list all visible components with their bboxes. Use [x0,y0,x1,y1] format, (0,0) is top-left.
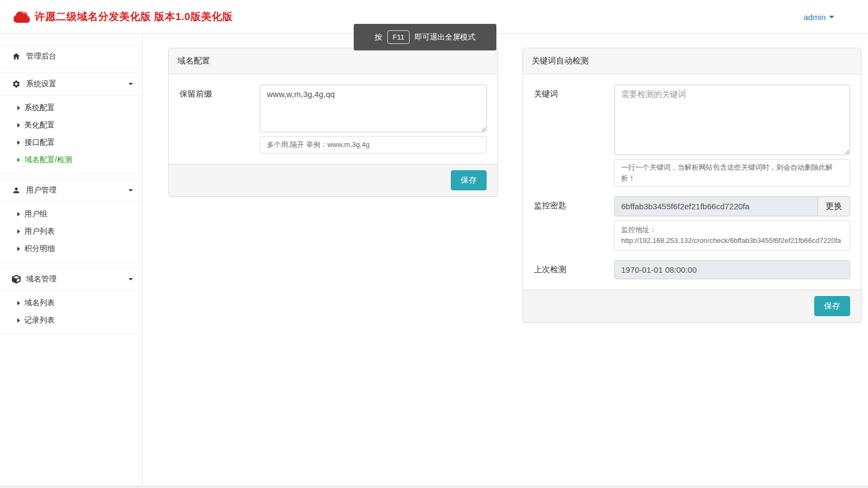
monitor-url-caption: 监控地址： [621,224,843,235]
monitor-secret-input [614,196,818,216]
brand-title: 许愿二级域名分发美化版 版本1.0版美化版 [35,10,233,24]
triangle-right-icon [17,318,20,323]
reserved-prefix-label: 保留前缀 [180,85,260,153]
keyword-detect-panel: 关键词自动检测 关键词 一行一个关键词，当解析网站包含这些关键词时，则会自动删除… [522,48,861,323]
triangle-right-icon [17,158,20,162]
triangle-right-icon [17,247,20,251]
sidebar-item-beautify-config[interactable]: 美化配置 [0,117,142,134]
gear-icon [12,80,21,88]
sidebar-item-user-list[interactable]: 用户列表 [0,223,142,240]
toast-prefix: 按 [375,33,382,42]
change-secret-button[interactable]: 更换 [818,196,850,216]
sidebar-item-domain-config-active[interactable]: 域名配置/检测 [0,151,142,169]
sidebar-item-system-config[interactable]: 系统配置 [0,99,142,117]
sidebar-submenu-system: 系统配置 美化配置 接口配置 域名配置/检测 [0,95,142,174]
keyword-detect-body: 关键词 一行一个关键词，当解析网站包含这些关键词时，则会自动删除此解析！ 监控密… [523,74,861,290]
sidebar-group-system-toggle[interactable]: 系统设置 [0,73,142,95]
f11-key-badge: F11 [387,30,410,44]
sidebar-group-label: 用户管理 [26,185,56,195]
sidebar-item-points-detail[interactable]: 积分明细 [0,240,142,258]
chevron-down-icon [129,189,133,191]
sidebar-item-label: 管理后台 [26,52,56,61]
sidebar-item-label: 域名列表 [24,298,55,308]
sidebar-item-label: 用户列表 [24,227,55,236]
sidebar-item-dashboard[interactable]: 管理后台 [0,46,142,67]
keyword-textarea[interactable] [614,85,850,155]
monitor-url-help: 监控地址： http://192.168.253.132/cron/check/… [614,220,850,251]
monitor-url-value: http://192.168.253.132/cron/check/6bffab… [621,235,843,246]
sidebar-item-label: 用户组 [24,209,47,219]
fullscreen-exit-toast: 按 F11 即可退出全屏模式 [354,24,496,50]
sidebar-item-label: 积分明细 [24,244,55,254]
save-button[interactable]: 保存 [451,170,487,190]
main-content: 域名配置 保留前缀 www,w,m,3g,4g,qq 多个用,隔开 举例：www… [143,34,868,485]
app-window: 许愿二级域名分发美化版 版本1.0版美化版 admin 按 F11 即可退出全屏… [0,0,868,485]
sidebar-group-users-toggle[interactable]: 用户管理 [0,179,142,201]
sidebar-group-domains-toggle[interactable]: 域名管理 [0,268,142,290]
keyword-label: 关键词 [534,85,614,187]
chevron-down-icon [129,83,133,85]
last-check-input [614,260,850,279]
sidebar-item-api-config[interactable]: 接口配置 [0,134,142,151]
cloud-icon [14,11,30,23]
keyword-detect-footer: 保存 [523,290,861,322]
sidebar-item-label: 系统配置 [24,103,55,113]
sidebar-item-domain-list[interactable]: 域名列表 [0,294,142,312]
triangle-right-icon [17,106,20,110]
sidebar-item-label: 记录列表 [24,316,55,325]
chevron-down-icon [129,278,133,280]
monitor-secret-group: 更换 [614,196,850,216]
sidebar-item-label: 美化配置 [24,120,55,130]
home-icon [12,52,21,61]
sidebar: 管理后台 系统设置 系统配置 美化配置 接口配置 [0,34,143,485]
cube-icon [12,275,21,284]
sidebar-group-system: 系统设置 系统配置 美化配置 接口配置 域名配置/检测 [0,73,142,174]
sidebar-item-label: 接口配置 [24,138,55,147]
reserved-prefix-textarea[interactable]: www,w,m,3g,4g,qq [260,85,487,132]
user-name: admin [803,12,826,22]
user-icon [12,186,21,195]
sidebar-group-dashboard: 管理后台 [0,45,142,68]
user-dropdown[interactable]: admin [803,0,834,34]
triangle-right-icon [17,123,20,127]
chevron-down-icon [829,16,834,18]
domain-config-footer: 保存 [169,164,497,196]
triangle-right-icon [17,212,20,216]
toast-suffix: 即可退出全屏模式 [414,33,475,42]
panel-title: 域名配置 [169,48,497,74]
triangle-right-icon [17,301,20,305]
last-check-label: 上次检测 [534,260,614,279]
domain-config-panel: 域名配置 保留前缀 www,w,m,3g,4g,qq 多个用,隔开 举例：www… [168,48,498,197]
sidebar-item-user-groups[interactable]: 用户组 [0,206,142,223]
panel-title: 关键词自动检测 [523,48,861,74]
sidebar-group-domains: 域名管理 域名列表 记录列表 [0,268,142,335]
triangle-right-icon [17,229,20,234]
sidebar-group-users: 用户管理 用户组 用户列表 积分明细 [0,179,142,263]
save-button[interactable]: 保存 [814,296,850,316]
brand[interactable]: 许愿二级域名分发美化版 版本1.0版美化版 [14,0,233,34]
triangle-right-icon [17,140,20,145]
sidebar-item-record-list[interactable]: 记录列表 [0,312,142,329]
sidebar-submenu-domains: 域名列表 记录列表 [0,290,142,334]
sidebar-item-label: 域名配置/检测 [24,155,72,165]
sidebar-group-label: 系统设置 [26,79,56,89]
sidebar-group-label: 域名管理 [26,274,56,284]
monitor-secret-label: 监控密匙 [534,196,614,251]
reserved-prefix-help: 多个用,隔开 举例：www,m,3g,4g [260,136,487,153]
keyword-help: 一行一个关键词，当解析网站包含这些关键词时，则会自动删除此解析！ [614,159,850,187]
domain-config-body: 保留前缀 www,w,m,3g,4g,qq 多个用,隔开 举例：www,m,3g… [169,74,497,164]
sidebar-submenu-users: 用户组 用户列表 积分明细 [0,201,142,262]
